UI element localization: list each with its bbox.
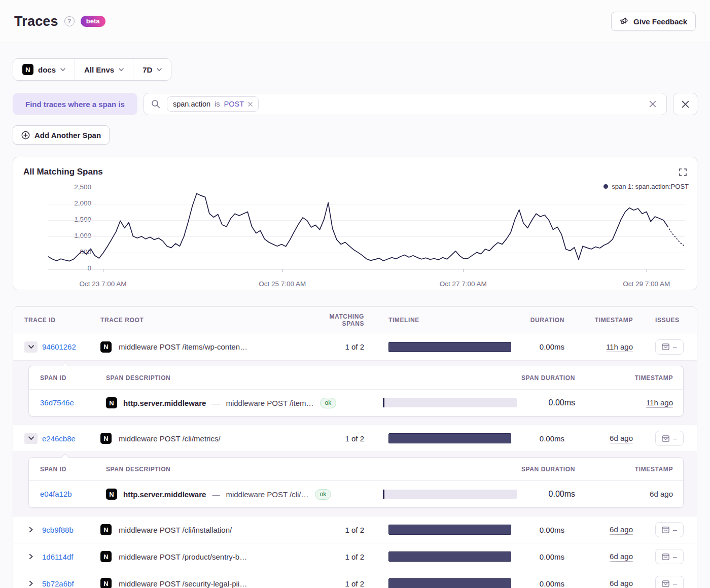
table-row: 94601262 N middleware POST /items/wp-con… — [13, 333, 697, 360]
duration-value: 0.00ms — [511, 434, 564, 443]
subtable-header-row: SPAN ID SPAN DESCRIPTION SPAN DURATION T… — [29, 458, 683, 481]
span-timeline-bar[interactable] — [383, 398, 517, 407]
beta-badge: beta — [81, 16, 105, 27]
give-feedback-button[interactable]: Give Feedback — [611, 12, 696, 31]
timeline-bar[interactable] — [388, 525, 511, 535]
search-clear-icon[interactable] — [646, 97, 659, 111]
project-filter-dropdown[interactable]: N docs — [13, 59, 75, 80]
trace-root-label: middleware POST /cli/metrics/ — [119, 434, 221, 443]
col-span-id: SPAN ID — [40, 374, 106, 382]
trace-id-link[interactable]: 5b72a6bf — [42, 579, 74, 588]
issues-button[interactable]: – — [655, 339, 684, 355]
timeline-bar[interactable] — [388, 433, 511, 443]
timeline-bar[interactable] — [388, 551, 511, 562]
timestamp-value[interactable]: 6d ago — [610, 434, 633, 443]
issues-button[interactable]: – — [655, 576, 684, 588]
expand-chevron-button[interactable] — [24, 551, 38, 562]
chart-plot-area[interactable] — [48, 188, 685, 275]
nextjs-icon: N — [106, 489, 117, 500]
x-tick-label: Oct 25 7:00 AM — [247, 280, 318, 288]
duration-value: 0.00ms — [511, 342, 564, 351]
remove-span-filter-button[interactable] — [673, 93, 697, 115]
matching-spans-count: 1 of 2 — [306, 434, 364, 443]
duration-value: 0.00ms — [511, 552, 564, 561]
span-operation: http.server.middleware — [123, 490, 206, 499]
chip-key: span.action — [173, 100, 210, 108]
expand-chevron-button[interactable] — [24, 524, 38, 535]
timeline-bar[interactable] — [388, 342, 511, 352]
issues-count: – — [673, 552, 677, 561]
span-timestamp-value[interactable]: 6d ago — [650, 490, 673, 499]
table-header-row: TRACE ID TRACE ROOT MATCHING SPANS TIMEL… — [13, 307, 697, 333]
duration-value: 0.00ms — [511, 579, 564, 588]
add-another-span-button[interactable]: Add Another Span — [13, 125, 110, 145]
chip-value: POST — [224, 100, 244, 108]
project-filter-label: docs — [38, 65, 56, 74]
matching-spans-count: 1 of 2 — [306, 342, 364, 351]
col-span-id: SPAN ID — [40, 466, 106, 473]
matching-spans-count: 1 of 2 — [306, 579, 364, 588]
col-timestamp: TIMESTAMP — [564, 317, 633, 324]
col-span-description: SPAN DESCRIPTION — [106, 374, 370, 382]
date-range-filter-dropdown[interactable]: 7D — [133, 59, 171, 80]
spans-subtable: SPAN ID SPAN DESCRIPTION SPAN DURATION T… — [28, 457, 684, 508]
col-span-description: SPAN DESCRIPTION — [106, 466, 370, 473]
issues-count: – — [673, 526, 677, 534]
col-trace-root: TRACE ROOT — [100, 317, 306, 324]
expand-chevron-button[interactable] — [24, 433, 38, 444]
expand-chevron-button[interactable] — [24, 578, 38, 588]
span-row: e04fa12b N http.server.middleware — midd… — [29, 481, 683, 507]
trace-id-link[interactable]: e246cb8e — [42, 434, 76, 443]
col-span-timestamp: TIMESTAMP — [575, 466, 673, 473]
page-filter-bar: N docs All Envs 7D — [13, 58, 171, 81]
matching-spans-count: 1 of 2 — [306, 552, 364, 561]
issues-icon — [662, 527, 669, 533]
top-bar: Traces ? beta Give Feedback — [0, 0, 710, 43]
table-row: 1d6114df N middleware POST /product/sent… — [13, 543, 697, 570]
span-duration-value: 0.00ms — [517, 490, 575, 499]
search-icon — [151, 99, 160, 109]
timestamp-value[interactable]: 11h ago — [606, 342, 633, 352]
span-timestamp-value[interactable]: 11h ago — [646, 398, 673, 408]
trace-id-link[interactable]: 1d6114df — [42, 552, 73, 561]
search-filter-chip[interactable]: span.action is POST — [167, 96, 259, 112]
span-id-link[interactable]: e04fa12b — [40, 490, 72, 498]
description-separator: — — [212, 399, 220, 407]
span-status-badge: ok — [315, 489, 332, 500]
chart-line — [48, 188, 685, 275]
environment-filter-dropdown[interactable]: All Envs — [75, 59, 133, 80]
nextjs-icon: N — [100, 551, 112, 562]
span-status-badge: ok — [320, 398, 337, 408]
issues-icon — [662, 580, 669, 587]
x-tick-label: Oct 29 7:00 AM — [611, 280, 682, 288]
col-matching-spans: MATCHING SPANS — [306, 313, 364, 327]
trace-id-link[interactable]: 9cb9f88b — [42, 526, 74, 534]
expand-chevron-button[interactable] — [24, 341, 38, 353]
trace-id-link[interactable]: 94601262 — [42, 342, 76, 351]
issues-button[interactable]: – — [655, 549, 684, 564]
timestamp-value[interactable]: 6d ago — [610, 579, 633, 588]
nextjs-icon: N — [106, 397, 117, 408]
nextjs-icon: N — [100, 578, 112, 588]
issues-icon — [662, 343, 669, 350]
help-icon[interactable]: ? — [64, 16, 75, 26]
span-description: middleware POST /cli/… — [226, 490, 308, 499]
megaphone-icon — [620, 17, 629, 25]
col-span-timestamp: TIMESTAMP — [575, 374, 673, 382]
issues-button[interactable]: – — [655, 431, 684, 446]
timestamp-value[interactable]: 6d ago — [610, 525, 633, 535]
issues-button[interactable]: – — [655, 522, 684, 537]
span-timeline-bar[interactable] — [383, 490, 517, 499]
expand-chart-icon[interactable] — [679, 168, 687, 176]
col-span-duration: SPAN DURATION — [517, 374, 575, 382]
col-timeline: TIMELINE — [364, 317, 511, 324]
duration-value: 0.00ms — [511, 526, 564, 534]
nextjs-icon: N — [100, 433, 112, 444]
find-traces-label: Find traces where a span is — [13, 93, 137, 115]
col-trace-id: TRACE ID — [24, 317, 100, 324]
chip-remove-icon[interactable] — [248, 102, 253, 107]
span-search-input[interactable]: span.action is POST — [144, 93, 667, 115]
timeline-bar[interactable] — [388, 578, 511, 588]
span-id-link[interactable]: 36d7546e — [40, 398, 74, 407]
timestamp-value[interactable]: 6d ago — [610, 552, 633, 562]
